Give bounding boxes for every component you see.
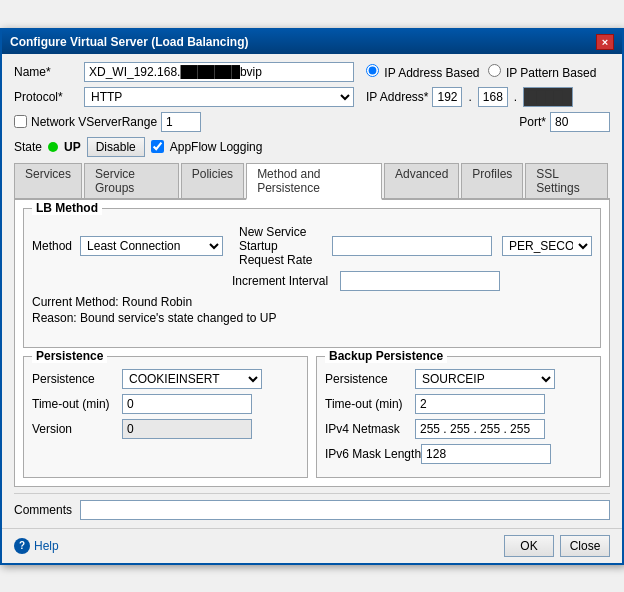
tab-service-groups[interactable]: Service Groups (84, 163, 179, 198)
ok-button[interactable]: OK (504, 535, 554, 557)
ip-field-2[interactable] (478, 87, 508, 107)
appflow-label: AppFlow Logging (170, 140, 263, 154)
ip-address-label: IP Address* (366, 90, 428, 104)
lb-method-row: Method Least Connection Round Robin Leas… (32, 225, 592, 267)
rate-input[interactable] (332, 236, 492, 256)
name-input[interactable] (84, 62, 354, 82)
title-close-button[interactable]: × (596, 34, 614, 50)
increment-label: Increment Interval (232, 274, 328, 288)
ip-field-1[interactable] (432, 87, 462, 107)
backup-persistence-legend: Backup Persistence (325, 349, 447, 363)
persistence-box: Persistence Persistence COOKIEINSERT SOU… (23, 356, 308, 478)
tab-advanced[interactable]: Advanced (384, 163, 459, 198)
ipv6-mask-input[interactable] (421, 444, 551, 464)
port-section: Port* (519, 112, 610, 132)
port-input[interactable] (550, 112, 610, 132)
appflow-checkbox[interactable] (151, 140, 164, 153)
lb-method-legend: LB Method (32, 201, 102, 215)
disable-button[interactable]: Disable (87, 137, 145, 157)
network-vserver-row: Network VServer Range Port* (14, 112, 610, 132)
tab-ssl-settings[interactable]: SSL Settings (525, 163, 608, 198)
title-bar: Configure Virtual Server (Load Balancing… (2, 30, 622, 54)
method-select[interactable]: Least Connection Round Robin Least Respo… (80, 236, 223, 256)
ip-address-based-label: IP Address Based (366, 64, 480, 80)
range-label: Range (122, 115, 157, 129)
persistence-type-label: Persistence (32, 372, 122, 386)
persistence-version-row: Version (32, 419, 299, 439)
range-input[interactable] (161, 112, 201, 132)
ip-pattern-based-label: IP Pattern Based (488, 64, 597, 80)
persistence-type-row: Persistence COOKIEINSERT SOURCEIP NONE (32, 369, 299, 389)
configure-virtual-server-dialog: Configure Virtual Server (Load Balancing… (0, 28, 624, 565)
tab-content-method-persistence: LB Method Method Least Connection Round … (14, 200, 610, 487)
ipv6-mask-row: IPv6 Mask Length (325, 444, 592, 464)
tabs-bar: Services Service Groups Policies Method … (14, 163, 610, 200)
method-label: Method (32, 239, 72, 253)
new-service-label: New Service Startup Request Rate (239, 225, 320, 267)
dialog-title: Configure Virtual Server (Load Balancing… (10, 35, 249, 49)
state-indicator (48, 142, 58, 152)
ipv4-netmask-label: IPv4 Netmask (325, 422, 415, 436)
ipv4-netmask-row: IPv4 Netmask (325, 419, 592, 439)
persistence-section: Persistence Persistence COOKIEINSERT SOU… (23, 356, 601, 478)
port-label: Port* (519, 115, 546, 129)
tab-services[interactable]: Services (14, 163, 82, 198)
per-second-select[interactable]: PER_SECOND PER_MINUTE PER_HOUR (502, 236, 592, 256)
comments-row: Comments (14, 493, 610, 520)
backup-persistence-type-row: Persistence SOURCEIP NONE COOKIEINSERT (325, 369, 592, 389)
help-link[interactable]: ? Help (14, 538, 59, 554)
persistence-timeout-row: Time-out (min) (32, 394, 299, 414)
increment-row: Increment Interval (232, 271, 592, 291)
name-label: Name* (14, 65, 84, 79)
protocol-select[interactable]: HTTP HTTPS TCP UDP (84, 87, 354, 107)
current-method-text: Current Method: Round Robin (32, 295, 592, 309)
dialog-footer: ? Help OK Close (2, 528, 622, 563)
increment-input[interactable] (340, 271, 500, 291)
lb-method-section: LB Method Method Least Connection Round … (23, 208, 601, 348)
ipv6-mask-label: IPv6 Mask Length (325, 447, 421, 461)
persistence-timeout-input[interactable] (122, 394, 252, 414)
backup-timeout-input[interactable] (415, 394, 545, 414)
dialog-body: Name* IP Address Based IP Pattern Based … (2, 54, 622, 528)
state-label: State (14, 140, 42, 154)
persistence-version-input[interactable] (122, 419, 252, 439)
state-row: State UP Disable AppFlow Logging (14, 137, 610, 157)
help-label: Help (34, 539, 59, 553)
ip-address-based-radio[interactable] (366, 64, 379, 77)
footer-buttons: OK Close (504, 535, 610, 557)
close-button[interactable]: Close (560, 535, 610, 557)
reason-text: Reason: Bound service's state changed to… (32, 311, 592, 325)
protocol-row: Protocol* HTTP HTTPS TCP UDP IP Address*… (14, 87, 610, 107)
tab-method-and-persistence[interactable]: Method and Persistence (246, 163, 382, 200)
ip-pattern-based-radio[interactable] (488, 64, 501, 77)
backup-persistence-box: Backup Persistence Persistence SOURCEIP … (316, 356, 601, 478)
comments-label: Comments (14, 503, 72, 517)
backup-persistence-type-label: Persistence (325, 372, 415, 386)
network-vserver-label: Network VServer (31, 115, 122, 129)
ipv4-netmask-input[interactable] (415, 419, 545, 439)
ip-type-radio-group: IP Address Based IP Pattern Based (366, 64, 596, 80)
tab-policies[interactable]: Policies (181, 163, 244, 198)
persistence-timeout-label: Time-out (min) (32, 397, 122, 411)
protocol-label: Protocol* (14, 90, 84, 104)
backup-timeout-label: Time-out (min) (325, 397, 415, 411)
comments-input[interactable] (80, 500, 610, 520)
name-row: Name* IP Address Based IP Pattern Based (14, 62, 610, 82)
ip-field-3[interactable] (523, 87, 573, 107)
network-vserver-checkbox[interactable] (14, 115, 27, 128)
backup-persistence-select[interactable]: SOURCEIP NONE COOKIEINSERT (415, 369, 555, 389)
persistence-type-select[interactable]: COOKIEINSERT SOURCEIP NONE (122, 369, 262, 389)
persistence-version-label: Version (32, 422, 122, 436)
state-value: UP (64, 140, 81, 154)
backup-timeout-row: Time-out (min) (325, 394, 592, 414)
tab-profiles[interactable]: Profiles (461, 163, 523, 198)
persistence-legend: Persistence (32, 349, 107, 363)
ip-type-section: IP Address Based IP Pattern Based (366, 64, 596, 80)
help-icon: ? (14, 538, 30, 554)
ip-address-row: IP Address* . . (366, 87, 573, 107)
